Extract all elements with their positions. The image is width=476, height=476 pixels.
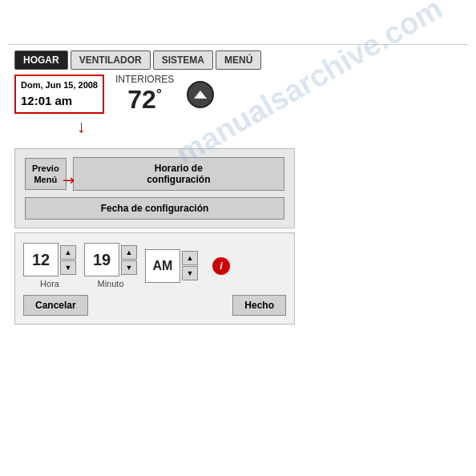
hour-up-button[interactable]: ▲ [60,245,76,260]
horario-config-button[interactable]: Horario deconfiguración [73,157,284,191]
minute-unit: 19 ▲ ▼ Minuto [84,243,137,288]
section-time-setter: 12 ▲ ▼ Hora 19 ▲ ▼ Minuto AM [14,232,295,325]
cancel-button[interactable]: Cancelar [23,295,88,316]
section-nav: HOGAR VENTILADOR SISTEMA MENÚ Dom, Jun 1… [14,50,295,115]
ampm-up-button[interactable]: ▲ [182,251,198,265]
ampm-value: AM [145,249,180,283]
interior-label: INTERIORES [115,74,174,85]
minute-label: Minuto [97,279,123,288]
section-config-menu: Previo Menú Horario deconfiguración Fech… [14,148,295,228]
minute-spinner: 19 ▲ ▼ [84,243,137,276]
temp-up-button[interactable] [187,81,214,108]
time-controls-row: 12 ▲ ▼ Hora 19 ▲ ▼ Minuto AM [23,243,286,288]
date-line1: Dom, Jun 15, 2008 [21,79,98,91]
status-row: Dom, Jun 15, 2008 12:01 am INTERIORES 72… [14,74,295,115]
hour-down-button[interactable]: ▼ [60,260,76,275]
previo-menu-button[interactable]: Previo Menú [25,158,67,191]
time-display: 12:01 am [21,92,98,109]
info-icon: i [212,257,230,275]
minute-arrows: ▲ ▼ [121,245,137,275]
tab-hogar[interactable]: HOGAR [14,50,68,70]
ampm-spinner: AM ▲ ▼ [145,249,198,283]
minute-up-button[interactable]: ▲ [121,245,137,260]
done-button[interactable]: Hecho [232,295,286,316]
date-box: Dom, Jun 15, 2008 12:01 am [14,75,104,113]
nav-tabs: HOGAR VENTILADOR SISTEMA MENÚ [14,50,295,70]
temperature-display: 72° [127,85,162,115]
ampm-down-button[interactable]: ▼ [182,266,198,280]
bottom-buttons: Cancelar Hecho [23,295,286,316]
minute-value: 19 [84,243,119,276]
tab-ventilador[interactable]: VENTILADOR [71,50,151,70]
tab-menu[interactable]: MENÚ [216,50,261,70]
hour-label: Hora [40,279,59,288]
arrow-indicator-1: ↑ [77,119,86,139]
ampm-unit: AM ▲ ▼ [145,249,198,283]
ampm-arrows: ▲ ▼ [182,251,198,280]
tab-sistema[interactable]: SISTEMA [153,50,213,70]
hour-value: 12 [23,243,58,276]
fecha-config-button[interactable]: Fecha de configuración [25,197,284,220]
top-divider [8,44,468,45]
minute-down-button[interactable]: ▼ [121,260,137,275]
hour-spinner: 12 ▲ ▼ [23,243,76,276]
hour-unit: 12 ▲ ▼ Hora [23,243,76,288]
hour-arrows: ▲ ▼ [60,245,76,275]
